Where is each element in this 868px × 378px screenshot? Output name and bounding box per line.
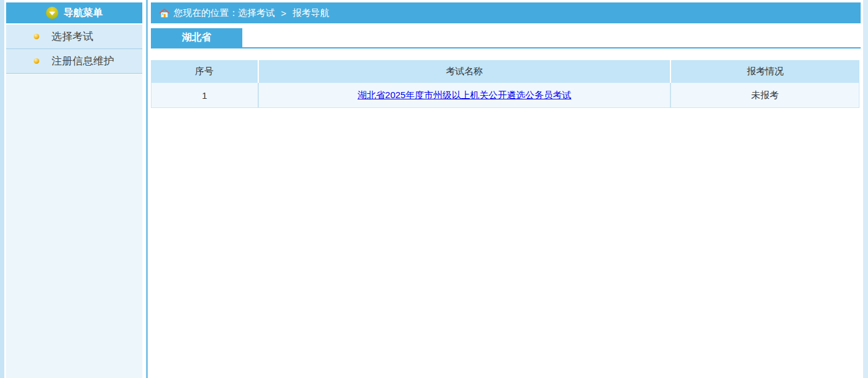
- exam-table-header: 序号 考试名称 报考情况: [151, 60, 859, 83]
- column-header-exam-name: 考试名称: [259, 60, 670, 83]
- yellow-dot-icon: [34, 34, 39, 39]
- sidebar-item-select-exam[interactable]: 选择考试: [6, 25, 142, 49]
- page-left-border: [0, 0, 4, 378]
- column-header-status: 报考情况: [671, 60, 859, 83]
- tab-hubei-province[interactable]: 湖北省: [151, 28, 242, 47]
- sidebar-header-label: 导航菜单: [64, 7, 103, 20]
- column-header-index: 序号: [151, 60, 258, 83]
- sidebar-menu: 选择考试 注册信息维护: [6, 25, 142, 74]
- table-row: 1 湖北省2025年度市州级以上机关公开遴选公务员考试 未报考: [151, 83, 859, 108]
- breadcrumb-separator: >: [281, 8, 286, 18]
- sidebar-item-registration-info[interactable]: 注册信息维护: [6, 49, 142, 74]
- row-exam-name-cell: 湖北省2025年度市州级以上机关公开遴选公务员考试: [259, 83, 670, 107]
- page: 导航菜单 选择考试 注册信息维护 您现在: [0, 0, 868, 378]
- sidebar-header: 导航菜单: [6, 2, 142, 23]
- breadcrumb-label: 您现在的位置：: [174, 7, 238, 19]
- exam-table: 序号 考试名称 报考情况 1 湖北省2025年度市州级以上机关公开遴选公务员考试…: [151, 60, 859, 108]
- chevron-down-circle-icon: [46, 7, 58, 19]
- chevron-down-icon: [49, 12, 55, 15]
- row-status-cell: 未报考: [671, 83, 859, 107]
- sidebar: 导航菜单 选择考试 注册信息维护: [6, 2, 142, 378]
- home-icon: [159, 8, 170, 18]
- exam-link[interactable]: 湖北省2025年度市州级以上机关公开遴选公务员考试: [358, 90, 571, 101]
- row-index-cell: 1: [152, 83, 258, 107]
- sidebar-main-divider: [146, 0, 148, 378]
- breadcrumb-item-select-exam[interactable]: 选择考试: [238, 7, 275, 19]
- breadcrumb: 您现在的位置： 选择考试 > 报考导航: [151, 2, 861, 23]
- tab-bar: 湖北省: [151, 28, 861, 48]
- page-right-border: [862, 0, 868, 378]
- breadcrumb-item-exam-navigation: 报考导航: [293, 7, 329, 19]
- sidebar-empty-panel: [6, 74, 142, 378]
- sidebar-item-label: 选择考试: [52, 29, 93, 44]
- yellow-dot-icon: [34, 58, 39, 64]
- main-content: 您现在的位置： 选择考试 > 报考导航 湖北省 序号 考试名称 报考情况 1 湖…: [151, 2, 861, 108]
- sidebar-item-label: 注册信息维护: [52, 54, 114, 68]
